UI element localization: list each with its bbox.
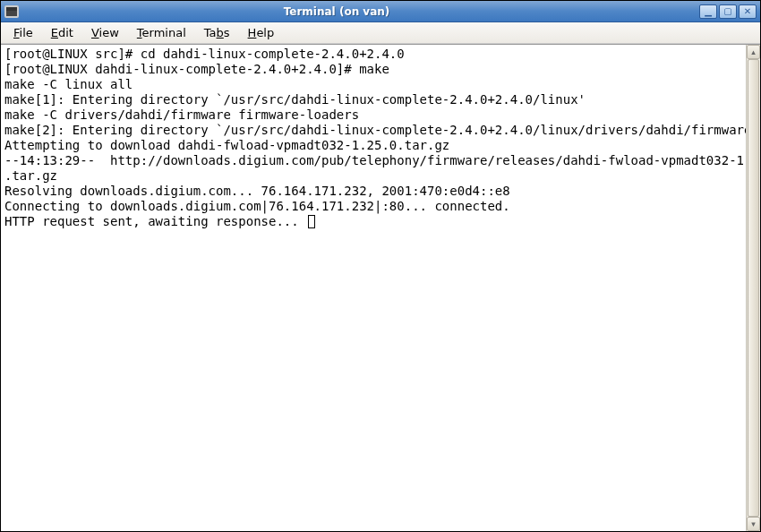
scroll-down-button[interactable]: ▾ (747, 517, 760, 531)
menu-tabs[interactable]: Tabs (197, 24, 237, 41)
scroll-up-button[interactable]: ▴ (747, 45, 760, 59)
scroll-track[interactable] (747, 59, 760, 517)
menu-help[interactable]: Help (241, 24, 282, 41)
menu-edit[interactable]: Edit (44, 24, 81, 41)
close-button[interactable]: ✕ (739, 4, 757, 19)
maximize-button[interactable]: ▢ (719, 4, 737, 19)
terminal-cursor (308, 215, 315, 228)
terminal-line: Connecting to downloads.digium.com|76.16… (4, 199, 742, 214)
minimize-button[interactable]: ▁ (699, 4, 717, 19)
scroll-thumb[interactable] (748, 59, 759, 517)
menu-file[interactable]: File (6, 24, 40, 41)
terminal-output[interactable]: [root@LINUX src]# cd dahdi-linux-complet… (1, 45, 746, 531)
terminal-line: HTTP request sent, awaiting response... (4, 214, 742, 229)
window-title: Terminal (on van) (0, 5, 699, 18)
terminal-line: [root@LINUX dahdi-linux-complete-2.4.0+2… (4, 62, 742, 77)
titlebar[interactable]: Terminal (on van) ▁ ▢ ✕ (1, 1, 760, 22)
window-controls: ▁ ▢ ✕ (699, 4, 757, 19)
close-icon: ✕ (744, 6, 751, 16)
terminal-line: Resolving downloads.digium.com... 76.164… (4, 184, 742, 199)
chevron-up-icon: ▴ (751, 47, 756, 56)
terminal-line: make[1]: Entering directory `/usr/src/da… (4, 92, 742, 107)
terminal-line: [root@LINUX src]# cd dahdi-linux-complet… (4, 47, 742, 62)
menu-terminal[interactable]: Terminal (130, 24, 193, 41)
terminal-line: make -C drivers/dahdi/firmware firmware-… (4, 107, 742, 123)
chevron-down-icon: ▾ (751, 519, 756, 528)
content-area: [root@LINUX src]# cd dahdi-linux-complet… (1, 44, 760, 531)
minimize-icon: ▁ (705, 6, 712, 16)
maximize-icon: ▢ (723, 6, 731, 16)
terminal-line: Attempting to download dahdi-fwload-vpma… (4, 138, 742, 153)
terminal-line: --14:13:29-- http://downloads.digium.com… (4, 153, 742, 168)
terminal-line: make -C linux all (4, 77, 742, 92)
menubar: File Edit View Terminal Tabs Help (1, 22, 760, 44)
terminal-line: .tar.gz (4, 168, 742, 184)
terminal-window: Terminal (on van) ▁ ▢ ✕ File Edit View T… (0, 0, 761, 532)
menu-view[interactable]: View (84, 24, 126, 41)
scrollbar[interactable]: ▴ ▾ (746, 45, 760, 531)
terminal-line: make[2]: Entering directory `/usr/src/da… (4, 123, 742, 138)
